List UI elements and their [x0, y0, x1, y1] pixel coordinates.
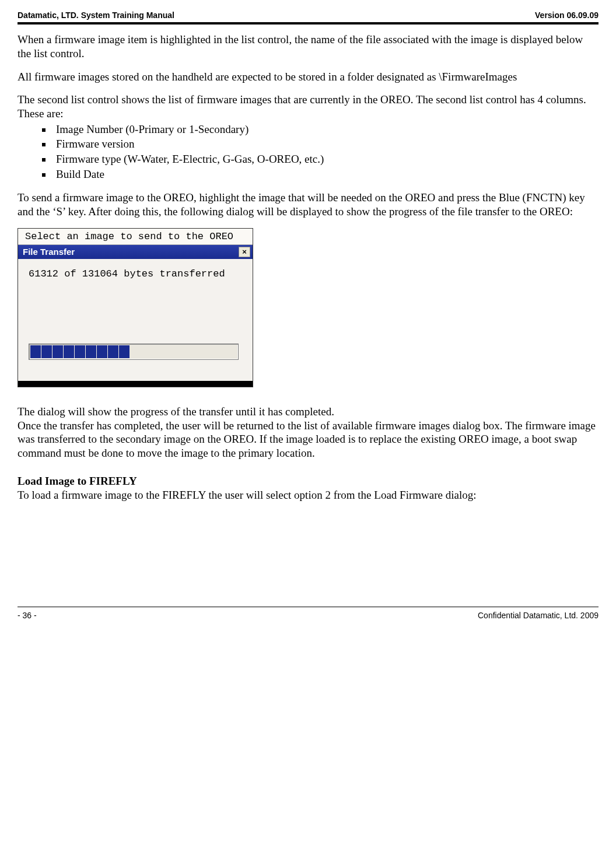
- paragraph: All firmware images stored on the handhe…: [18, 70, 598, 84]
- progress-segment: [30, 345, 41, 358]
- paragraph: To load a firmware image to the FIREFLY …: [18, 488, 598, 502]
- progress-segment: [52, 345, 63, 358]
- file-transfer-dialog: Select an image to send to the OREO File…: [18, 228, 253, 387]
- paragraph: To send a firmware image to the OREO, hi…: [18, 191, 598, 219]
- paragraph: Once the transfer has completed, the use…: [18, 419, 598, 460]
- transfer-status-text: 61312 of 131064 bytes transferred: [29, 268, 246, 279]
- header-rule: [18, 22, 598, 24]
- progress-segment: [41, 345, 52, 358]
- blank-space: [18, 511, 598, 604]
- progress-segment: [64, 345, 74, 358]
- paragraph: The dialog will show the progress of the…: [18, 405, 598, 419]
- list-item: Firmware version: [52, 136, 598, 152]
- dialog-title: File Transfer: [23, 247, 75, 257]
- progress-segment: [108, 345, 118, 358]
- page-number: - 36 -: [18, 611, 37, 620]
- progress-segment: [119, 345, 130, 358]
- list-item: Image Number (0-Primary or 1-Secondary): [52, 122, 598, 137]
- header-right: Version 06.09.09: [535, 10, 598, 20]
- progress-segment: [86, 345, 96, 358]
- column-list: Image Number (0-Primary or 1-Secondary) …: [18, 122, 598, 182]
- list-item: Firmware type (W-Water, E-Electric, G-Ga…: [52, 152, 598, 167]
- dialog-bottom-strip: [18, 381, 253, 387]
- list-item: Build Date: [52, 167, 598, 182]
- paragraph: The second list control shows the list o…: [18, 93, 598, 121]
- dialog-titlebar[interactable]: File Transfer ×: [18, 245, 253, 259]
- progress-segment: [97, 345, 107, 358]
- progress-segment: [75, 345, 85, 358]
- dialog-body: 61312 of 131064 bytes transferred: [18, 259, 253, 381]
- footer-rule: [18, 607, 598, 607]
- dialog-instruction-label: Select an image to send to the OREO: [18, 229, 253, 245]
- page-footer: - 36 - Confidential Datamatic, Ltd. 2009: [18, 611, 598, 620]
- footer-confidential: Confidential Datamatic, Ltd. 2009: [478, 611, 598, 620]
- paragraph: When a firmware image item is highlighte…: [18, 33, 598, 61]
- progress-bar: [29, 344, 239, 360]
- header-left: Datamatic, LTD. System Training Manual: [18, 10, 174, 20]
- close-button[interactable]: ×: [239, 247, 250, 257]
- section-heading: Load Image to FIREFLY: [18, 474, 598, 488]
- page-header: Datamatic, LTD. System Training Manual V…: [18, 10, 598, 20]
